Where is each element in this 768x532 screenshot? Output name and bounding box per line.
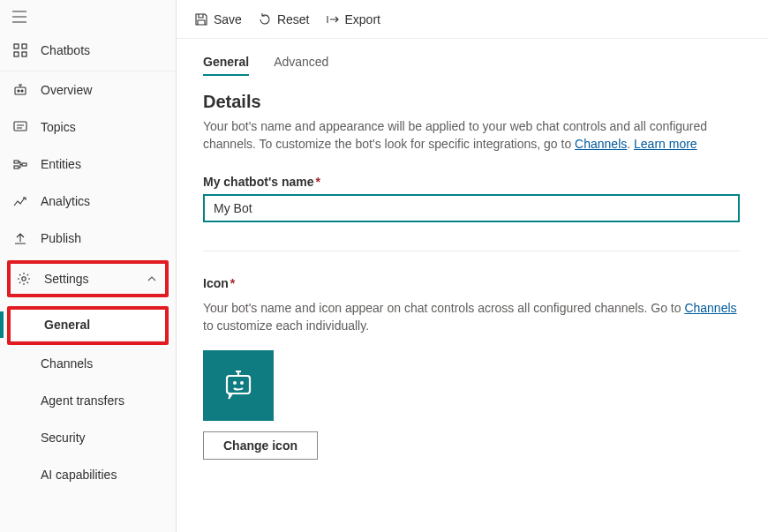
sidebar-item-topics[interactable]: Topics bbox=[0, 109, 176, 146]
apps-icon bbox=[12, 42, 28, 58]
gear-icon bbox=[16, 271, 32, 287]
sidebar-sub-label: Agent transfers bbox=[41, 393, 124, 408]
svg-rect-0 bbox=[14, 44, 19, 49]
svg-rect-3 bbox=[22, 52, 26, 56]
sidebar-sub-ai-capabilities[interactable]: AI capabilities bbox=[0, 456, 176, 493]
svg-rect-8 bbox=[14, 161, 19, 163]
export-button[interactable]: Export bbox=[326, 12, 380, 26]
bot-icon bbox=[12, 82, 28, 98]
export-icon bbox=[326, 12, 340, 26]
chevron-up-icon bbox=[144, 271, 160, 287]
required-indicator: * bbox=[315, 175, 320, 189]
tool-label: Reset bbox=[277, 12, 310, 26]
save-icon bbox=[194, 12, 208, 26]
hamburger-menu[interactable] bbox=[0, 0, 176, 32]
svg-rect-2 bbox=[14, 52, 19, 56]
sidebar-sub-label: AI capabilities bbox=[41, 468, 117, 482]
svg-rect-9 bbox=[14, 166, 19, 169]
sidebar-label: Publish bbox=[41, 231, 81, 245]
sidebar: Chatbots Overview Topics Entities bbox=[0, 0, 177, 532]
sidebar-label: Entities bbox=[41, 157, 81, 171]
svg-rect-12 bbox=[227, 376, 250, 393]
channels-link-2[interactable]: Channels bbox=[684, 301, 736, 315]
tab-general[interactable]: General bbox=[203, 55, 249, 76]
sidebar-sub-label: Security bbox=[41, 431, 86, 445]
publish-icon bbox=[12, 230, 28, 246]
chatbot-name-input[interactable] bbox=[203, 194, 740, 222]
tool-label: Export bbox=[345, 12, 380, 26]
change-icon-button[interactable]: Change icon bbox=[203, 431, 318, 460]
svg-point-13 bbox=[233, 381, 237, 385]
icon-field-label: Icon* bbox=[203, 276, 742, 290]
svg-rect-7 bbox=[14, 122, 26, 131]
icon-description: Your bot's name and icon appear on chat … bbox=[203, 299, 742, 335]
save-button[interactable]: Save bbox=[194, 12, 242, 26]
sidebar-label: Overview bbox=[41, 83, 92, 97]
details-description: Your bot's name and appearance will be a… bbox=[203, 117, 742, 154]
sidebar-item-chatbots[interactable]: Chatbots bbox=[0, 32, 176, 69]
bot-avatar-icon bbox=[218, 365, 259, 406]
sidebar-sub-label: General bbox=[44, 318, 90, 332]
sidebar-label: Settings bbox=[44, 272, 89, 286]
toolbar: Save Reset Export bbox=[177, 0, 768, 39]
sidebar-item-settings[interactable]: Settings bbox=[11, 264, 165, 294]
hamburger-icon bbox=[12, 11, 163, 23]
svg-point-5 bbox=[18, 90, 19, 92]
svg-point-11 bbox=[22, 277, 26, 281]
reset-icon bbox=[258, 12, 272, 26]
bot-icon-preview bbox=[203, 350, 274, 421]
tabs: General Advanced bbox=[203, 55, 742, 76]
svg-rect-10 bbox=[22, 163, 26, 166]
sidebar-sub-general[interactable]: General bbox=[11, 310, 165, 340]
svg-rect-4 bbox=[15, 87, 26, 94]
svg-rect-1 bbox=[22, 44, 26, 49]
details-title: Details bbox=[203, 92, 742, 112]
sidebar-sub-label: Channels bbox=[41, 356, 93, 371]
svg-point-6 bbox=[21, 90, 23, 92]
analytics-icon bbox=[12, 193, 28, 209]
sidebar-sub-agent-transfers[interactable]: Agent transfers bbox=[0, 382, 176, 419]
sidebar-item-analytics[interactable]: Analytics bbox=[0, 183, 176, 220]
sidebar-label: Chatbots bbox=[41, 43, 90, 57]
svg-point-14 bbox=[240, 381, 244, 385]
channels-link[interactable]: Channels bbox=[575, 137, 627, 151]
sidebar-label: Topics bbox=[41, 120, 76, 134]
sidebar-sub-channels[interactable]: Channels bbox=[0, 345, 176, 382]
name-field-label: My chatbot's name* bbox=[203, 175, 742, 189]
sidebar-item-entities[interactable]: Entities bbox=[0, 146, 176, 183]
entities-icon bbox=[12, 156, 28, 172]
required-indicator: * bbox=[230, 276, 235, 290]
tab-advanced[interactable]: Advanced bbox=[274, 55, 328, 76]
sidebar-sub-security[interactable]: Security bbox=[0, 419, 176, 456]
tool-label: Save bbox=[214, 12, 242, 26]
learn-more-link[interactable]: Learn more bbox=[634, 137, 697, 151]
sidebar-item-publish[interactable]: Publish bbox=[0, 220, 176, 257]
reset-button[interactable]: Reset bbox=[258, 12, 310, 26]
divider bbox=[203, 251, 740, 251]
main-content: Save Reset Export General Advanced Detai… bbox=[177, 0, 768, 532]
sidebar-label: Analytics bbox=[41, 194, 90, 208]
chat-icon bbox=[12, 119, 28, 135]
sidebar-item-overview[interactable]: Overview bbox=[0, 71, 176, 109]
